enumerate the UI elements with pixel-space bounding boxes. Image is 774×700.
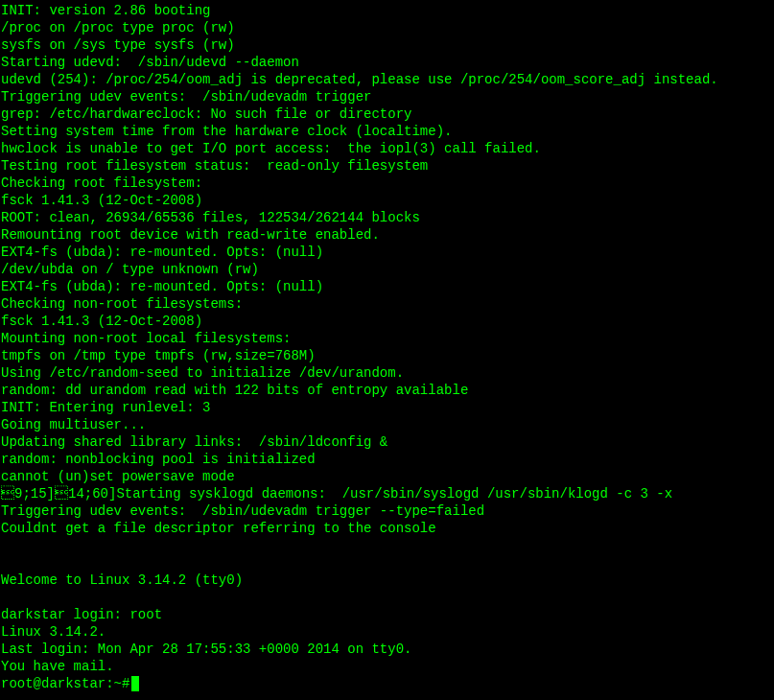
- login-line: darkstar login: root: [1, 606, 774, 623]
- welcome-line: Welcome to Linux 3.14.2 (tty0): [1, 572, 774, 589]
- boot-line: grep: /etc/hardwareclock: No such file o…: [1, 105, 774, 123]
- boot-line: Setting system time from the hardware cl…: [1, 123, 774, 140]
- boot-line: Going multiuser...: [1, 416, 774, 433]
- boot-line: Using /etc/random-seed to initialize /de…: [1, 364, 774, 382]
- boot-line: 9;15]14;60]Starting sysklogd daemons: …: [1, 485, 774, 502]
- blank-line: [1, 589, 774, 606]
- last-login-line: Last login: Mon Apr 28 17:55:33 +0000 20…: [1, 641, 774, 658]
- boot-line: random: dd urandom read with 122 bits of…: [1, 382, 774, 399]
- boot-line: INIT: version 2.86 booting: [1, 2, 774, 19]
- mail-line: You have mail.: [1, 658, 774, 675]
- boot-line: Mounting non-root local filesystems:: [1, 330, 774, 347]
- boot-line: fsck 1.41.3 (12-Oct-2008): [1, 313, 774, 330]
- boot-line: Checking root filesystem:: [1, 175, 774, 192]
- boot-line: udevd (254): /proc/254/oom_adj is deprec…: [1, 71, 774, 88]
- boot-line: fsck 1.41.3 (12-Oct-2008): [1, 192, 774, 209]
- prompt-text: root@darkstar:~#: [1, 675, 129, 692]
- boot-line: Triggering udev events: /sbin/udevadm tr…: [1, 88, 774, 105]
- terminal-output: INIT: version 2.86 booting /proc on /pro…: [1, 2, 774, 692]
- boot-line: Testing root filesystem status: read-onl…: [1, 157, 774, 175]
- boot-line: hwclock is unable to get I/O port access…: [1, 140, 774, 157]
- cursor-icon: [131, 676, 139, 691]
- boot-line: Checking non-root filesystems:: [1, 295, 774, 313]
- boot-line: ROOT: clean, 26934/65536 files, 122534/2…: [1, 209, 774, 226]
- boot-line: cannot (un)set powersave mode: [1, 468, 774, 485]
- boot-line: Remounting root device with read-write e…: [1, 226, 774, 244]
- boot-line: INIT: Entering runlevel: 3: [1, 399, 774, 416]
- boot-line: Updating shared library links: /sbin/ldc…: [1, 433, 774, 451]
- boot-line: Starting udevd: /sbin/udevd --daemon: [1, 54, 774, 71]
- blank-line: [1, 537, 774, 554]
- boot-line: EXT4-fs (ubda): re-mounted. Opts: (null): [1, 278, 774, 295]
- boot-line: /dev/ubda on / type unknown (rw): [1, 261, 774, 278]
- boot-line: tmpfs on /tmp type tmpfs (rw,size=768M): [1, 347, 774, 364]
- boot-line: Triggering udev events: /sbin/udevadm tr…: [1, 502, 774, 520]
- blank-line: [1, 554, 774, 572]
- boot-line: EXT4-fs (ubda): re-mounted. Opts: (null): [1, 244, 774, 261]
- shell-prompt[interactable]: root@darkstar:~#: [1, 675, 774, 692]
- boot-line: Couldnt get a file descriptor referring …: [1, 520, 774, 537]
- boot-line: sysfs on /sys type sysfs (rw): [1, 36, 774, 54]
- boot-line: random: nonblocking pool is initialized: [1, 451, 774, 468]
- kernel-line: Linux 3.14.2.: [1, 623, 774, 641]
- boot-line: /proc on /proc type proc (rw): [1, 19, 774, 36]
